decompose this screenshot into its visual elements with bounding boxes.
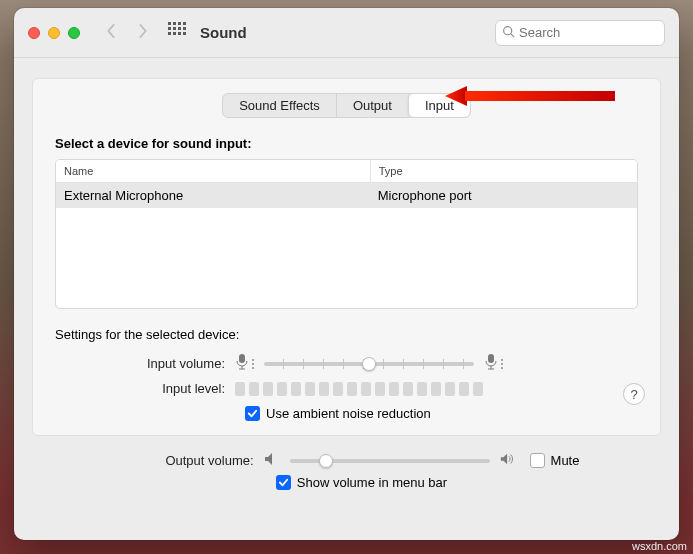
close-button[interactable]	[28, 27, 40, 39]
tab-input[interactable]: Input	[408, 94, 470, 117]
input-device-table: Name Type External Microphone Microphone…	[55, 159, 638, 309]
back-button[interactable]	[104, 24, 118, 41]
svg-point-12	[504, 26, 512, 34]
ambient-noise-row: Use ambient noise reduction	[55, 406, 638, 421]
mic-high-dots	[501, 359, 503, 369]
mic-low-icon	[235, 354, 249, 373]
svg-rect-10	[178, 32, 181, 35]
svg-rect-5	[173, 27, 176, 30]
window-controls	[28, 27, 80, 39]
svg-rect-17	[488, 354, 494, 363]
mic-low-dots	[252, 359, 254, 369]
svg-rect-2	[178, 22, 181, 25]
svg-rect-3	[183, 22, 186, 25]
output-volume-section: Output volume: Mute	[32, 436, 661, 510]
search-icon	[502, 25, 519, 41]
svg-rect-6	[178, 27, 181, 30]
speaker-low-icon	[264, 452, 280, 469]
help-button[interactable]: ?	[623, 383, 645, 405]
content-area: Sound Effects Output Input Select a devi…	[14, 58, 679, 540]
ambient-noise-label: Use ambient noise reduction	[266, 406, 431, 421]
forward-button[interactable]	[136, 24, 150, 41]
svg-rect-4	[168, 27, 171, 30]
input-volume-knob[interactable]	[362, 357, 376, 371]
show-menubar-label: Show volume in menu bar	[297, 475, 447, 490]
watermark: wsxdn.com	[632, 540, 687, 552]
zoom-button[interactable]	[68, 27, 80, 39]
device-type-cell: Microphone port	[370, 183, 637, 208]
col-header-type[interactable]: Type	[370, 160, 637, 182]
device-name-cell: External Microphone	[56, 183, 370, 208]
svg-rect-8	[168, 32, 171, 35]
ambient-noise-checkbox[interactable]	[245, 406, 260, 421]
mute-label: Mute	[551, 453, 580, 468]
input-level-label: Input level:	[55, 381, 235, 396]
mute-checkbox[interactable]	[530, 453, 545, 468]
svg-line-13	[511, 33, 514, 36]
input-level-meter	[235, 382, 483, 396]
col-header-name[interactable]: Name	[56, 160, 370, 182]
svg-rect-0	[168, 22, 171, 25]
mic-high-icon	[484, 354, 498, 373]
tab-sound-effects[interactable]: Sound Effects	[223, 94, 336, 117]
sound-preferences-window: Sound Sound Effects Output Input Select …	[14, 8, 679, 540]
table-header: Name Type	[56, 160, 637, 183]
device-settings-heading: Settings for the selected device:	[55, 327, 638, 342]
titlebar: Sound	[14, 8, 679, 58]
svg-rect-9	[173, 32, 176, 35]
svg-rect-7	[183, 27, 186, 30]
svg-rect-14	[239, 354, 245, 363]
search-field[interactable]	[495, 20, 665, 46]
minimize-button[interactable]	[48, 27, 60, 39]
speaker-high-icon	[500, 452, 516, 469]
input-volume-label: Input volume:	[55, 356, 235, 371]
menubar-volume-row: Show volume in menu bar	[52, 475, 641, 490]
table-row[interactable]: External Microphone Microphone port	[56, 183, 637, 208]
search-input[interactable]	[519, 25, 658, 40]
svg-rect-1	[173, 22, 176, 25]
output-volume-knob[interactable]	[319, 454, 333, 468]
nav-buttons	[104, 24, 150, 41]
tab-output[interactable]: Output	[336, 94, 408, 117]
tab-bar: Sound Effects Output Input	[222, 93, 471, 118]
output-volume-slider[interactable]	[290, 459, 490, 463]
show-menubar-checkbox[interactable]	[276, 475, 291, 490]
output-volume-row: Output volume: Mute	[52, 452, 641, 469]
show-all-button[interactable]	[168, 22, 186, 43]
window-title: Sound	[200, 24, 247, 41]
mute-control: Mute	[530, 453, 580, 468]
sound-panel: Sound Effects Output Input Select a devi…	[32, 78, 661, 436]
output-volume-label: Output volume:	[114, 453, 264, 468]
input-volume-row: Input volume:	[55, 354, 638, 373]
input-volume-slider[interactable]	[264, 362, 474, 366]
table-empty-area	[56, 208, 637, 308]
input-device-heading: Select a device for sound input:	[55, 136, 638, 151]
svg-rect-11	[183, 32, 186, 35]
input-level-row: Input level:	[55, 381, 638, 396]
